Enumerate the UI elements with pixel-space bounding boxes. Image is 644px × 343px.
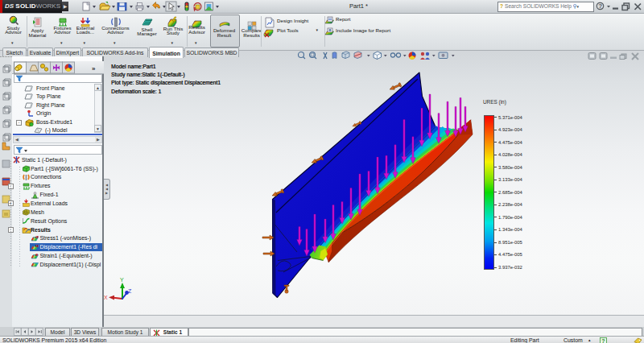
svg-text:»: »	[92, 65, 96, 72]
svg-text:u: u	[35, 243, 39, 248]
svg-text:?: ?	[601, 337, 605, 343]
svg-text:σ: σ	[35, 234, 39, 239]
svg-text:Y: Y	[120, 277, 124, 283]
svg-text:Z: Z	[128, 288, 132, 294]
svg-text:X: X	[104, 295, 108, 300]
svg-text:e: e	[35, 252, 39, 257]
